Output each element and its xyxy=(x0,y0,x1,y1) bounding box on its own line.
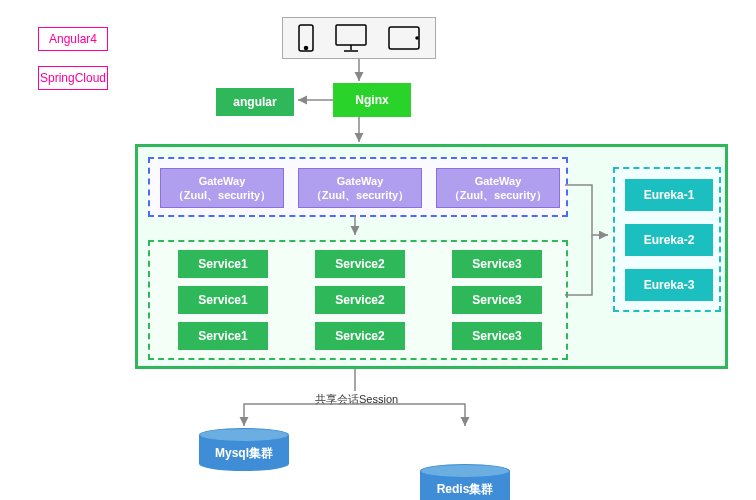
eureka-node-2: Eureka-2 xyxy=(625,224,713,256)
gateway-node-1: GateWay （Zuul、security） xyxy=(160,168,284,208)
phone-icon xyxy=(297,23,315,53)
legend-springcloud: SpringCloud xyxy=(38,66,108,90)
gateway-label: GateWay xyxy=(475,174,522,188)
redis-cluster: Redis集群 xyxy=(420,471,510,500)
service1-node-b: Service1 xyxy=(178,286,268,314)
service2-node-a: Service2 xyxy=(315,250,405,278)
eureka-node-3: Eureka-3 xyxy=(625,269,713,301)
gateway-sublabel: （Zuul、security） xyxy=(449,188,547,202)
devices-box xyxy=(282,17,436,59)
gateway-node-3: GateWay （Zuul、security） xyxy=(436,168,560,208)
svg-point-1 xyxy=(304,47,307,50)
gateway-label: GateWay xyxy=(337,174,384,188)
tablet-icon xyxy=(387,25,421,51)
gateway-node-2: GateWay （Zuul、security） xyxy=(298,168,422,208)
service2-node-c: Service2 xyxy=(315,322,405,350)
gateway-sublabel: （Zuul、security） xyxy=(311,188,409,202)
service2-node-b: Service2 xyxy=(315,286,405,314)
service1-node-a: Service1 xyxy=(178,250,268,278)
nginx-node: Nginx xyxy=(333,83,411,117)
angular-node: angular xyxy=(216,88,294,116)
eureka-node-1: Eureka-1 xyxy=(625,179,713,211)
session-label: 共享会话Session xyxy=(313,392,400,407)
svg-point-6 xyxy=(416,37,418,39)
gateway-sublabel: （Zuul、security） xyxy=(173,188,271,202)
service3-node-b: Service3 xyxy=(452,286,542,314)
monitor-icon xyxy=(334,23,368,53)
service3-node-c: Service3 xyxy=(452,322,542,350)
mysql-cluster: Mysql集群 xyxy=(199,435,289,471)
springcloud-container: GateWay （Zuul、security） GateWay （Zuul、se… xyxy=(135,144,728,369)
services-group: Service1 Service1 Service1 Service2 Serv… xyxy=(148,240,568,360)
legend-angular4: Angular4 xyxy=(38,27,108,51)
eureka-group: Eureka-1 Eureka-2 Eureka-3 xyxy=(613,167,721,312)
service3-node-a: Service3 xyxy=(452,250,542,278)
svg-rect-2 xyxy=(336,25,366,45)
gateway-label: GateWay xyxy=(199,174,246,188)
service1-node-c: Service1 xyxy=(178,322,268,350)
svg-rect-5 xyxy=(389,27,419,49)
gateway-group: GateWay （Zuul、security） GateWay （Zuul、se… xyxy=(148,157,568,217)
